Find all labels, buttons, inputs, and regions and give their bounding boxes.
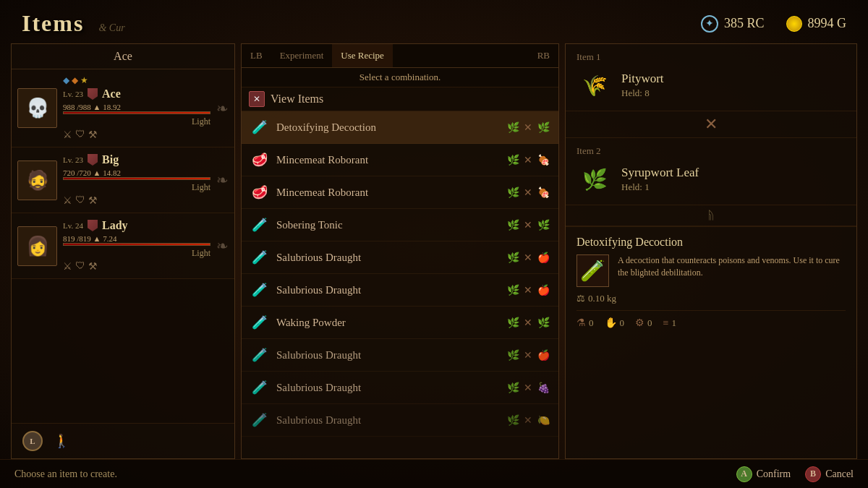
stat-val-3: 0 [647,317,652,329]
confirm-action[interactable]: A Confirm [736,466,791,482]
recipe-name-salubrious-4: Salubrious Draught [276,382,499,394]
tab-experiment[interactable]: Experiment [271,44,333,67]
recipe-list: 🧪 Detoxifying Decoction 🌿 ✕ 🌿 🥩 Mincemea… [242,111,558,458]
ace-name: Ace [102,87,121,100]
panel-header: Ace [12,44,234,69]
shield-icon-ace [88,88,98,100]
cancel-label: Cancel [825,468,854,480]
mat2-salubrious-3: 🍎 [535,347,551,363]
recipe-name-mincemeat-2: Mincemeat Roborant [276,187,499,199]
avatar-lady: 👩 [17,226,57,266]
bottom-bar: Choose an item to create. A Confirm B Ca… [0,459,868,488]
mat2-sobering: 🌿 [535,217,551,233]
mat2-salubrious-2: 🍎 [535,282,551,298]
currency-area: 385 RC 8994 G [701,15,846,33]
mat2-detoxifying: 🌿 [535,119,551,135]
recipe-materials-salubrious-4: 🌿 ✕ 🍇 [505,380,551,395]
mat2-waking: 🌿 [535,314,551,330]
recipe-name-detoxifying: Detoxifying Decoction [276,121,499,134]
lady-level: Lv. 24 [63,221,83,230]
cross-salubrious-4: ✕ [524,382,532,394]
mat2-salubrious-4: 🍇 [535,380,551,395]
cross-salubrious-3: ✕ [524,349,532,361]
l-button[interactable]: L [22,431,43,451]
recipe-materials-mincemeat-1: 🌿 ✕ 🍖 [505,152,551,168]
item2-slot: Item 2 🌿 Syrupwort Leaf Held: 1 [566,138,856,205]
stat-2: ✋ 0 [605,317,625,329]
top-bar: Items & Cur 385 RC 8994 G [0,0,868,43]
avatar-big: 🧔 [17,160,57,200]
ace-hp: 988 /988 ▲ 18.92 [63,103,121,111]
a-button[interactable]: A [736,466,752,482]
item2-name: Syrupwort Leaf [621,166,846,180]
recipe-item-mincemeat-1[interactable]: 🥩 Mincemeat Roborant 🌿 ✕ 🍖 [242,144,558,176]
item2-sprite: 🌿 [576,161,613,197]
recipe-icon-mincemeat-2: 🥩 [249,181,271,203]
recipe-item-salubrious-2[interactable]: 🧪 Salubrious Draught 🌿 ✕ 🍎 [242,274,558,307]
tab-use-recipe[interactable]: Use Recipe [332,44,393,67]
big-level: Lv. 23 [63,155,83,164]
mat1-mincemeat-1: 🌿 [505,152,521,168]
cancel-action[interactable]: B Cancel [805,466,854,482]
recipe-item-detoxifying[interactable]: 🧪 Detoxifying Decoction 🌿 ✕ 🌿 [242,111,558,144]
b-button[interactable]: B [805,466,821,482]
select-prompt: Select a combination. [359,72,441,82]
view-items-bar[interactable]: ✕ View Items [242,87,558,111]
item2-label: Item 2 [576,145,846,157]
member-info-big: Lv. 23 Big 720 /720 ▲ 14.82 Light [63,153,210,207]
tool-icon-big: ⚒ [88,194,98,207]
recipe-materials-sobering: 🌿 ✕ 🌿 [505,217,551,233]
recipe-icon-detoxifying: 🧪 [249,116,271,138]
mat2-salubrious-5: 🍋 [535,412,551,428]
mat1-salubrious-2: 🌿 [505,282,521,298]
ace-style: Light [192,116,210,127]
party-member-big[interactable]: 🧔 Lv. 23 Big 720 /720 ▲ 14.82 [12,147,234,213]
mat1-sobering: 🌿 [505,217,521,233]
recipe-item-sobering[interactable]: 🧪 Sobering Tonic 🌿 ✕ 🌿 [242,209,558,241]
recipe-name-sobering: Sobering Tonic [276,219,499,231]
result-stats: ⚗ 0 ✋ 0 ⚙ 0 ≡ 1 [576,310,846,329]
result-desc: A decoction that counteracts poisons and… [618,254,846,279]
tool-icon-ace: ⚒ [88,129,98,141]
item1-slot: Item 1 🌾 Pitywort Held: 8 [566,44,856,111]
party-member-lady[interactable]: 👩 Lv. 24 Lady 819 /819 ▲ 7.24 [12,213,234,279]
title-deco: & Cur [98,22,124,34]
recipe-name-waking: Waking Powder [276,317,499,329]
party-bottom-controls: L 🚶 [12,423,234,458]
big-hp: 720 /720 ▲ 14.82 [63,168,121,177]
cross-sobering: ✕ [524,219,532,231]
shield-icon2-big: 🛡 [75,194,85,207]
gold-value: 8994 G [808,16,847,31]
recipe-item-waking[interactable]: 🧪 Waking Powder 🌿 ✕ 🌿 [242,307,558,339]
recipe-item-salubrious-4[interactable]: 🧪 Salubrious Draught 🌿 ✕ 🍇 [242,372,558,404]
recipe-item-salubrious-1[interactable]: 🧪 Salubrious Draught 🌿 ✕ 🍎 [242,241,558,274]
tab-lb[interactable]: LB [242,44,271,67]
result-icon: 🧪 [576,254,609,287]
result-weight: ⚖ 0.10 kg [576,293,846,304]
member-info-ace: ◆ ◆ ★ Lv. 23 Ace 988 /988 ▲ 18.92 [63,75,210,141]
member-info-lady: Lv. 24 Lady 819 /819 ▲ 7.24 Light [63,219,210,273]
member-right-deco-ace: ❧ [216,100,229,117]
x-button[interactable]: ✕ [249,91,265,107]
cross-mincemeat-1: ✕ [524,154,532,166]
stat-icon-2: ✋ [605,317,617,329]
view-items-label: View Items [271,93,323,106]
recipe-item-salubrious-3[interactable]: 🧪 Salubrious Draught 🌿 ✕ 🍎 [242,339,558,372]
shield-icon2-ace: 🛡 [75,129,85,141]
recipe-item-mincemeat-2[interactable]: 🥩 Mincemeat Roborant 🌿 ✕ 🍖 [242,176,558,209]
bottom-actions: A Confirm B Cancel [736,466,854,482]
tab-rb[interactable]: RB [529,44,558,67]
member-right-deco-lady: ❧ [216,237,229,254]
stat-icon-4: ≡ [663,317,669,329]
recipe-item-salubrious-5[interactable]: 🧪 Salubrious Draught 🌿 ✕ 🍋 [242,404,558,437]
recipe-materials-salubrious-3: 🌿 ✕ 🍎 [505,347,551,363]
select-combo-bar: Select a combination. [242,68,558,87]
party-member-ace[interactable]: 💀 ◆ ◆ ★ Lv. 23 Ace 988 /98 [12,69,234,147]
result-header: Detoxifying Decoction [576,236,846,249]
status-icon-2: ◆ [72,75,78,86]
recipe-icon-sobering: 🧪 [249,214,271,236]
recipe-materials-detoxifying: 🌿 ✕ 🌿 [505,119,551,135]
status-icon-3: ★ [80,75,88,86]
status-icon-1: ◆ [63,75,69,86]
ace-level: Lv. 23 [63,90,83,98]
